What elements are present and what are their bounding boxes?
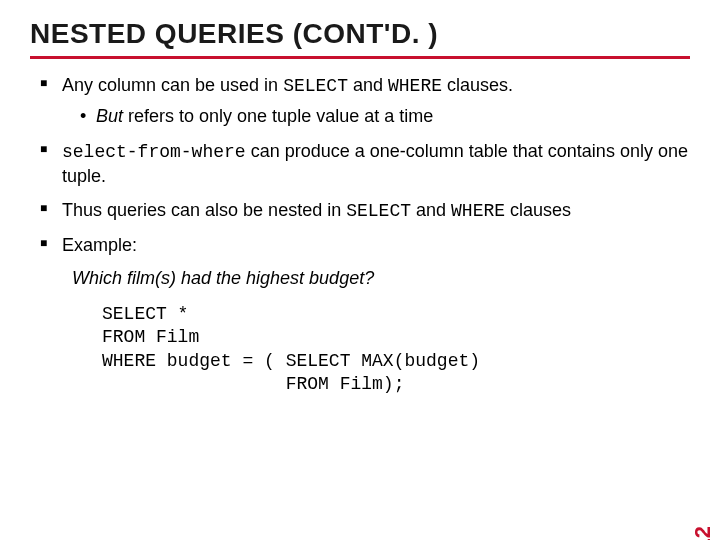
- bullet-1-sub-list: But refers to only one tuple value at a …: [62, 104, 690, 128]
- bullet-1-code-select: SELECT: [283, 76, 348, 96]
- bullet-3-text-post: clauses: [505, 200, 571, 220]
- bullet-1-text-post: clauses.: [442, 75, 513, 95]
- bullet-1-text-mid: and: [348, 75, 388, 95]
- slide: NESTED QUERIES (CONT'D. ) Any column can…: [0, 0, 720, 540]
- example-question: Which film(s) had the highest budget?: [72, 268, 690, 289]
- bullet-1: Any column can be used in SELECT and WHE…: [40, 73, 690, 129]
- bullet-3: Thus queries can also be nested in SELEC…: [40, 198, 690, 223]
- bullet-1-sub-em: But: [96, 106, 123, 126]
- title-underline: [30, 56, 690, 59]
- bullet-1-sub-rest: refers to only one tuple value at a time: [123, 106, 433, 126]
- bullet-3-code-where: WHERE: [451, 201, 505, 221]
- bullet-2-code: select-from-where: [62, 142, 246, 162]
- bullet-3-code-select: SELECT: [346, 201, 411, 221]
- bullet-4: Example:: [40, 233, 690, 257]
- slide-title: NESTED QUERIES (CONT'D. ): [30, 18, 690, 50]
- bullet-1-code-where: WHERE: [388, 76, 442, 96]
- page-number: 12: [690, 526, 716, 540]
- bullet-1-text-pre: Any column can be used in: [62, 75, 283, 95]
- bullet-list: Any column can be used in SELECT and WHE…: [30, 73, 690, 258]
- bullet-1-sub: But refers to only one tuple value at a …: [80, 104, 690, 128]
- bullet-3-text-pre: Thus queries can also be nested in: [62, 200, 346, 220]
- bullet-2: select-from-where can produce a one-colu…: [40, 139, 690, 189]
- bullet-3-text-mid: and: [411, 200, 451, 220]
- bullet-4-text: Example:: [62, 235, 137, 255]
- code-block: SELECT * FROM Film WHERE budget = ( SELE…: [102, 303, 690, 397]
